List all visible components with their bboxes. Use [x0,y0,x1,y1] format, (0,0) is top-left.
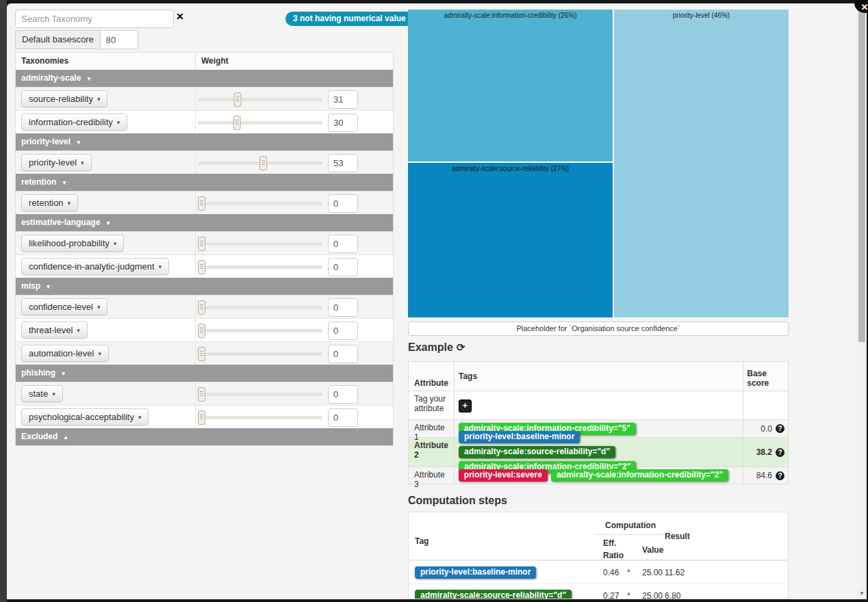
table-row: Attribute 2 priority-level:baseline-mino… [409,437,788,467]
weight-input[interactable] [328,322,358,340]
table-row: Tag your attribute + [409,391,788,419]
chevron-down-icon: ▾ [62,370,65,377]
col-result: Result [665,532,690,541]
weight-input[interactable] [328,258,358,276]
taxonomy-row: threat-level▾ [16,318,393,341]
chevron-down-icon: ▾ [97,304,101,311]
weight-slider[interactable] [198,329,322,332]
weight-input[interactable] [328,154,358,172]
state-dropdown[interactable]: state▾ [21,385,63,402]
base-score-value: 84.6 [756,471,772,480]
source-reliability-dropdown[interactable]: source-reliability▾ [21,90,107,107]
scroll-down-icon[interactable]: ▼ [857,590,867,597]
weight-input[interactable] [328,298,358,317]
weight-slider[interactable] [198,98,322,101]
chevron-down-icon: ▾ [159,263,162,270]
weight-slider[interactable] [198,393,322,396]
computation-row: admiralty-scale:source-reliability="d" 0… [409,584,788,599]
slider-handle[interactable] [198,324,205,338]
slider-handle[interactable] [234,92,242,107]
col-base-score: Base score [743,362,788,391]
group-retention[interactable]: retention ▾ [16,174,393,191]
computation-table: Tag Computation Eff. Ratio Value Result … [408,512,789,599]
information-credibility-dropdown[interactable]: information-credibility▾ [21,114,127,131]
add-tag-button[interactable]: + [459,400,472,413]
slider-handle[interactable] [233,116,240,130]
slider-handle[interactable] [198,347,205,361]
tag-badge: priority-level:severe [459,469,548,482]
taxonomy-row: automation-level▾ [16,341,393,365]
chevron-up-icon: ▴ [64,434,68,441]
group-excluded[interactable]: Excluded ▴ [16,428,393,445]
chevron-down-icon: ▾ [97,96,101,103]
treemap-cell-label: priority-level (46%) [614,12,789,19]
table-row: Attribute 3 priority-level:severe admira… [409,467,788,484]
taxonomy-table: Taxonomies Weight admiralty-scale ▾ sour… [15,52,394,446]
treemap-cell-label: admiralty-scale:source-reliability (27%) [408,165,613,172]
weight-slider[interactable] [198,416,322,419]
taxonomy-table-header: Taxonomies Weight [16,53,393,70]
slider-handle[interactable] [198,410,205,425]
taxonomy-row: confidence-in-analytic-judgment▾ [16,254,393,278]
weight-slider[interactable] [198,265,322,269]
example-title: Example⟳ [408,341,465,354]
weight-slider[interactable] [198,202,322,205]
weight-slider[interactable] [198,121,322,125]
chevron-down-icon: ▾ [81,159,84,166]
retention-dropdown[interactable]: retention▾ [21,194,78,211]
priority-level-dropdown[interactable]: priority-level▾ [21,154,92,171]
help-icon[interactable]: ? [776,448,784,457]
treemap-cell: admiralty-scale:source-reliability (27%) [408,163,613,317]
group-estimative-language[interactable]: estimative-language ▾ [16,214,393,231]
vertical-scrollbar[interactable]: ▲ ▼ [857,3,867,599]
taxonomy-row: confidence-level▾ [16,295,393,318]
help-icon[interactable]: ? [776,424,784,433]
chevron-down-icon: ▾ [88,75,91,82]
group-misp[interactable]: misp ▾ [16,278,393,295]
scrollbar-thumb[interactable] [858,12,865,342]
weight-slider[interactable] [198,161,322,165]
chevron-down-icon: ▾ [107,220,110,226]
psychological-acceptability-dropdown[interactable]: psychological-acceptability▾ [21,408,149,426]
slider-handle[interactable] [198,387,205,402]
confidence-level-dropdown[interactable]: confidence-level▾ [21,298,107,315]
default-basescore-input[interactable] [100,30,138,49]
slider-handle[interactable] [198,260,205,274]
computation-steps-title: Computation steps [408,495,507,507]
weight-input[interactable] [328,385,358,404]
treemap-cell: admiralty-scale:information-credibility … [408,10,613,161]
weight-slider[interactable] [198,306,322,309]
help-icon[interactable]: ? [776,471,784,480]
likelihood-probability-dropdown[interactable]: likelihood-probability▾ [21,235,124,252]
search-input[interactable] [15,10,174,28]
clear-search-icon[interactable]: ✕ [176,12,184,21]
group-phishing[interactable]: phishing ▾ [16,365,393,382]
chevron-down-icon: ▾ [68,200,71,207]
taxonomy-row: retention▾ [16,191,393,214]
slider-handle[interactable] [198,196,205,211]
treemap-cell: priority-level (46%) [614,10,789,317]
threat-level-dropdown[interactable]: threat-level▾ [21,322,88,339]
weight-input[interactable] [328,235,358,253]
refresh-icon[interactable]: ⟳ [457,341,465,353]
slider-handle[interactable] [198,237,205,251]
group-admiralty-scale[interactable]: admiralty-scale ▾ [16,70,393,87]
weight-input[interactable] [328,90,358,109]
weight-input[interactable] [328,408,358,427]
automation-level-dropdown[interactable]: automation-level▾ [21,345,109,362]
slider-handle[interactable] [260,156,268,170]
chevron-down-icon: ▾ [98,350,101,357]
col-attribute: Attribute [409,362,455,391]
group-priority-level[interactable]: priority-level ▾ [16,133,393,150]
slider-handle[interactable] [198,300,205,315]
tag-badge: priority-level:baseline-minor [459,431,580,443]
weight-slider[interactable] [198,242,322,246]
weight-input[interactable] [328,194,358,213]
weight-input[interactable] [328,114,358,132]
weight-input[interactable] [328,345,358,363]
col-tags: Tags [455,362,743,391]
chevron-down-icon: ▾ [77,327,80,334]
confidence-in-analytic-judgment-dropdown[interactable]: confidence-in-analytic-judgment▾ [21,258,169,275]
treemap-cell-label: admiralty-scale:information-credibility … [408,12,613,19]
weight-slider[interactable] [198,352,322,356]
